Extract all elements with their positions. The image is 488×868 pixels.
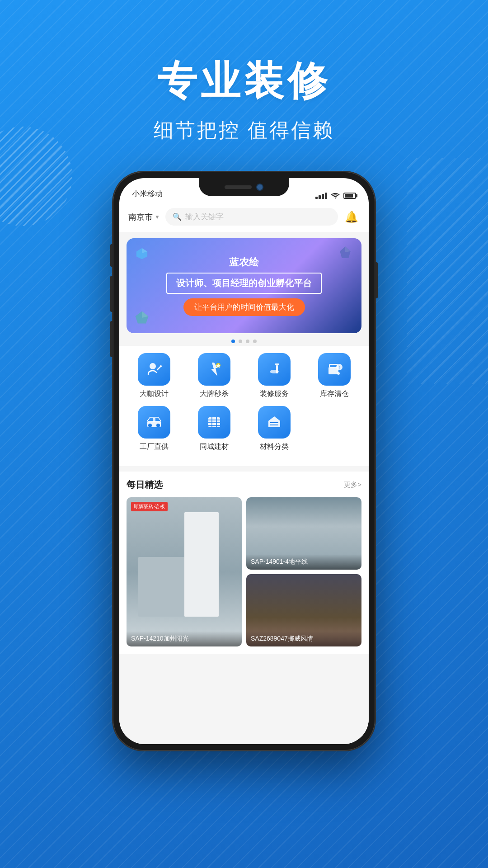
dot-1	[231, 340, 235, 343]
gem-decoration-tl	[136, 247, 148, 260]
menu-item-renovation[interactable]: 装修服务	[249, 353, 299, 399]
menu-row-1: 大咖设计 大牌秒杀	[124, 353, 364, 399]
svg-marker-3	[345, 246, 351, 252]
banner-dots	[119, 340, 369, 343]
phone-mockup: 小米移动	[113, 172, 375, 750]
wifi-icon	[331, 193, 340, 199]
daily-right-column: SAP-14901-4地平线 SAZ2689047挪威风情	[246, 497, 361, 646]
flash-sale-icon	[198, 353, 230, 386]
volume-down-button	[110, 321, 113, 357]
menu-item-materials[interactable]: 材料分类	[249, 406, 299, 452]
banner-cta[interactable]: 让平台用户的时间价值最大化	[183, 298, 305, 316]
battery-fill	[345, 194, 353, 198]
phone-outer-frame: 小米移动	[113, 172, 375, 750]
power-button	[375, 262, 378, 298]
search-icon: 🔍	[173, 212, 182, 221]
dot-3	[246, 340, 249, 343]
daily-item-1[interactable]: 顾辉瓷砖·岩板 SAP-14210加州阳光	[127, 497, 242, 646]
dot-2	[239, 340, 242, 343]
signal-icon	[315, 193, 327, 199]
design-label: 大咖设计	[140, 389, 169, 399]
clearance-icon: ↑	[318, 353, 351, 386]
svg-point-6	[150, 363, 156, 369]
phone-notch	[199, 178, 289, 196]
phone-screen: 小米移动	[119, 178, 369, 744]
menu-item-local[interactable]: 同城建材	[189, 406, 239, 452]
carrier-label: 小米移动	[132, 189, 163, 199]
daily-item-3[interactable]: SAZ2689047挪威风情	[246, 574, 361, 646]
item-label-3: SAZ2689047挪威风情	[246, 631, 361, 646]
menu-icons-section: 大咖设计 大牌秒杀	[119, 346, 369, 466]
menu-item-design[interactable]: 大咖设计	[129, 353, 179, 399]
search-input-wrapper[interactable]: 🔍 输入关键字	[165, 208, 338, 226]
notification-bell[interactable]: 🔔	[343, 209, 360, 225]
svg-rect-12	[275, 363, 279, 365]
banner-tagline: 设计师、项目经理的创业孵化平台	[176, 277, 312, 289]
svg-point-14	[270, 370, 279, 373]
local-label: 同城建材	[200, 442, 229, 452]
bathroom-image	[127, 497, 242, 646]
speaker-grille	[225, 185, 252, 189]
daily-header: 每日精选 更多>	[127, 479, 361, 491]
renovation-label: 装修服务	[260, 389, 289, 399]
mute-button	[110, 244, 113, 267]
svg-point-18	[337, 372, 340, 375]
daily-grid: 顾辉瓷砖·岩板 SAP-14210加州阳光 SAP-14901-4地平线	[127, 497, 361, 646]
item-label-2: SAP-14901-4地平线	[246, 554, 361, 570]
svg-marker-29	[268, 416, 280, 427]
daily-item-2[interactable]: SAP-14901-4地平线	[246, 497, 361, 570]
svg-point-21	[156, 424, 160, 427]
local-icon	[198, 406, 230, 439]
gem-decoration-bl	[134, 310, 150, 326]
search-bar[interactable]: 南京市 ▼ 🔍 输入关键字 🔔	[119, 202, 369, 232]
daily-more-link[interactable]: 更多>	[344, 481, 361, 489]
materials-icon	[258, 406, 291, 439]
gem-decoration-tr	[338, 245, 352, 260]
banner-tagline-box: 设计师、项目经理的创业孵化平台	[166, 273, 322, 294]
app-subtitle: 细节把控 值得信赖	[0, 117, 488, 144]
item-label-1: SAP-14210加州阳光	[127, 631, 242, 646]
city-label: 南京市	[128, 212, 153, 222]
app-title: 专业装修	[0, 54, 488, 108]
factory-label: 工厂直供	[140, 442, 169, 452]
clearance-label: 库存清仓	[320, 389, 349, 399]
search-input[interactable]: 输入关键字	[185, 212, 224, 222]
daily-picks-section: 每日精选 更多> 顾辉瓷砖·岩板 SAP-14210加州阳光	[119, 472, 369, 654]
city-arrow-icon: ▼	[155, 214, 160, 220]
status-icons	[315, 193, 356, 199]
menu-item-flash-sale[interactable]: 大牌秒杀	[189, 353, 239, 399]
svg-text:↑: ↑	[338, 365, 340, 370]
battery-icon	[343, 193, 356, 199]
banner-content: 蓝农绘 设计师、项目经理的创业孵化平台 让平台用户的时间价值最大化	[166, 255, 322, 316]
menu-row-2: 工厂直供	[124, 406, 364, 452]
flash-sale-label: 大牌秒杀	[200, 389, 229, 399]
menu-item-factory[interactable]: 工厂直供	[129, 406, 179, 452]
dot-4	[253, 340, 257, 343]
promo-banner[interactable]: 蓝农绘 设计师、项目经理的创业孵化平台 让平台用户的时间价值最大化	[127, 238, 361, 333]
header-section: 专业装修 细节把控 值得信赖	[0, 54, 488, 144]
volume-up-button	[110, 276, 113, 312]
banner-brand: 蓝农绘	[166, 255, 322, 269]
app-content: 南京市 ▼ 🔍 输入关键字 🔔	[119, 202, 369, 744]
menu-item-clearance[interactable]: ↑ 库存清仓	[310, 353, 359, 399]
bg-corner-decoration	[407, 158, 488, 384]
daily-title: 每日精选	[127, 479, 163, 491]
renovation-icon	[258, 353, 291, 386]
brand-badge-1: 顾辉瓷砖·岩板	[131, 502, 168, 511]
front-camera	[256, 184, 263, 191]
svg-point-8	[160, 365, 162, 367]
city-selector[interactable]: 南京市 ▼	[128, 212, 160, 222]
factory-icon	[138, 406, 170, 439]
svg-point-20	[148, 424, 152, 427]
materials-label: 材料分类	[260, 442, 289, 452]
svg-rect-22	[153, 418, 155, 422]
design-icon	[138, 353, 170, 386]
